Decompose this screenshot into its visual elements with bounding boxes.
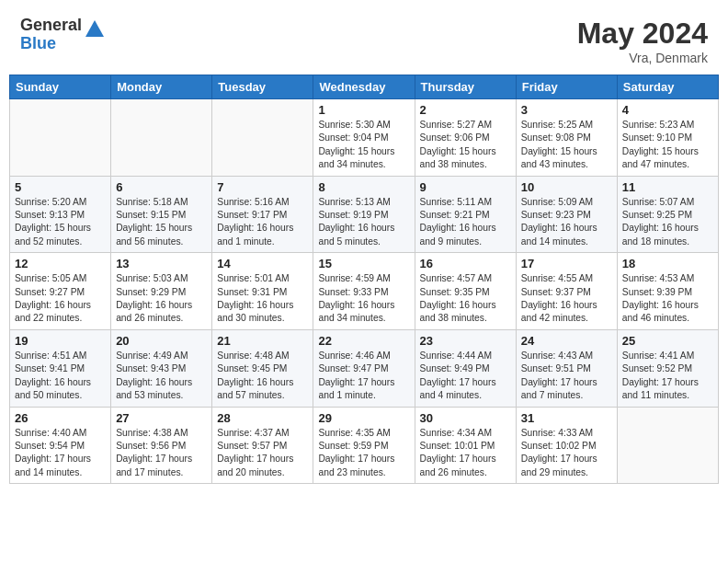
day-number: 8 xyxy=(318,180,409,194)
day-number: 13 xyxy=(116,257,207,270)
day-number: 18 xyxy=(622,257,713,270)
logo-blue-text: Blue xyxy=(20,35,82,53)
calendar-row: 26Sunrise: 4:40 AMSunset: 9:54 PMDayligh… xyxy=(10,407,719,484)
day-info: Sunrise: 5:07 AMSunset: 9:25 PMDaylight:… xyxy=(622,196,713,249)
day-info: Sunrise: 4:46 AMSunset: 9:47 PMDaylight:… xyxy=(318,350,409,403)
table-row: 13Sunrise: 5:03 AMSunset: 9:29 PMDayligh… xyxy=(111,253,212,330)
header-saturday: Saturday xyxy=(617,75,718,99)
table-row: 16Sunrise: 4:57 AMSunset: 9:35 PMDayligh… xyxy=(415,253,516,330)
table-row: 3Sunrise: 5:25 AMSunset: 9:08 PMDaylight… xyxy=(516,99,617,177)
table-row: 12Sunrise: 5:05 AMSunset: 9:27 PMDayligh… xyxy=(10,253,111,330)
day-info: Sunrise: 4:57 AMSunset: 9:35 PMDaylight:… xyxy=(420,272,511,326)
day-number: 23 xyxy=(420,334,511,348)
table-row xyxy=(212,99,313,177)
day-info: Sunrise: 5:20 AMSunset: 9:13 PMDaylight:… xyxy=(15,196,106,249)
logo: General Blue xyxy=(20,17,104,53)
calendar-row: 5Sunrise: 5:20 AMSunset: 9:13 PMDaylight… xyxy=(10,176,719,253)
table-row: 2Sunrise: 5:27 AMSunset: 9:06 PMDaylight… xyxy=(415,99,516,177)
table-row: 31Sunrise: 4:33 AMSunset: 10:02 PMDaylig… xyxy=(516,407,617,484)
day-info: Sunrise: 4:33 AMSunset: 10:02 PMDaylight… xyxy=(521,427,612,480)
svg-marker-0 xyxy=(85,20,104,37)
day-info: Sunrise: 5:13 AMSunset: 9:19 PMDaylight:… xyxy=(318,196,409,249)
day-number: 11 xyxy=(622,180,713,194)
header-friday: Friday xyxy=(516,75,617,99)
table-row: 18Sunrise: 4:53 AMSunset: 9:39 PMDayligh… xyxy=(617,253,718,330)
day-info: Sunrise: 4:40 AMSunset: 9:54 PMDaylight:… xyxy=(15,427,106,480)
day-info: Sunrise: 4:41 AMSunset: 9:52 PMDaylight:… xyxy=(622,350,713,403)
day-info: Sunrise: 4:43 AMSunset: 9:51 PMDaylight:… xyxy=(521,350,612,403)
day-number: 26 xyxy=(15,411,106,425)
table-row: 10Sunrise: 5:09 AMSunset: 9:23 PMDayligh… xyxy=(516,176,617,253)
table-row: 29Sunrise: 4:35 AMSunset: 9:59 PMDayligh… xyxy=(313,407,415,484)
day-info: Sunrise: 5:27 AMSunset: 9:06 PMDaylight:… xyxy=(420,119,511,172)
day-info: Sunrise: 5:09 AMSunset: 9:23 PMDaylight:… xyxy=(521,196,612,249)
day-info: Sunrise: 5:01 AMSunset: 9:31 PMDaylight:… xyxy=(217,272,308,326)
table-row xyxy=(10,99,111,177)
table-row: 26Sunrise: 4:40 AMSunset: 9:54 PMDayligh… xyxy=(10,407,111,484)
day-info: Sunrise: 4:38 AMSunset: 9:56 PMDaylight:… xyxy=(116,427,207,480)
day-info: Sunrise: 5:30 AMSunset: 9:04 PMDaylight:… xyxy=(318,119,409,172)
calendar-table: Sunday Monday Tuesday Wednesday Thursday… xyxy=(9,75,719,484)
table-row: 7Sunrise: 5:16 AMSunset: 9:17 PMDaylight… xyxy=(212,176,313,253)
table-row: 24Sunrise: 4:43 AMSunset: 9:51 PMDayligh… xyxy=(516,329,617,407)
table-row xyxy=(111,99,212,177)
table-row: 17Sunrise: 4:55 AMSunset: 9:37 PMDayligh… xyxy=(516,253,617,330)
day-number: 28 xyxy=(217,411,308,425)
day-number: 12 xyxy=(15,257,106,270)
table-row: 23Sunrise: 4:44 AMSunset: 9:49 PMDayligh… xyxy=(415,329,516,407)
day-number: 29 xyxy=(318,411,409,425)
table-row: 21Sunrise: 4:48 AMSunset: 9:45 PMDayligh… xyxy=(212,329,313,407)
logo-general-text: General xyxy=(20,17,82,35)
day-info: Sunrise: 5:18 AMSunset: 9:15 PMDaylight:… xyxy=(116,196,207,249)
day-info: Sunrise: 4:44 AMSunset: 9:49 PMDaylight:… xyxy=(420,350,511,403)
table-row: 1Sunrise: 5:30 AMSunset: 9:04 PMDaylight… xyxy=(313,99,415,177)
day-info: Sunrise: 4:37 AMSunset: 9:57 PMDaylight:… xyxy=(217,427,308,480)
calendar-header-row: Sunday Monday Tuesday Wednesday Thursday… xyxy=(10,75,719,99)
day-info: Sunrise: 5:25 AMSunset: 9:08 PMDaylight:… xyxy=(521,119,612,172)
table-row: 8Sunrise: 5:13 AMSunset: 9:19 PMDaylight… xyxy=(313,176,415,253)
calendar-row: 1Sunrise: 5:30 AMSunset: 9:04 PMDaylight… xyxy=(10,99,719,177)
day-number: 9 xyxy=(420,180,511,194)
day-number: 4 xyxy=(622,103,713,117)
day-info: Sunrise: 4:35 AMSunset: 9:59 PMDaylight:… xyxy=(318,427,409,480)
day-info: Sunrise: 5:16 AMSunset: 9:17 PMDaylight:… xyxy=(217,196,308,249)
logo-icon xyxy=(84,18,104,39)
month-year: May 2024 xyxy=(577,17,708,51)
day-info: Sunrise: 5:11 AMSunset: 9:21 PMDaylight:… xyxy=(420,196,511,249)
day-number: 31 xyxy=(521,411,612,425)
table-row: 27Sunrise: 4:38 AMSunset: 9:56 PMDayligh… xyxy=(111,407,212,484)
header-wednesday: Wednesday xyxy=(313,75,415,99)
day-info: Sunrise: 5:23 AMSunset: 9:10 PMDaylight:… xyxy=(622,119,713,172)
day-number: 27 xyxy=(116,411,207,425)
table-row: 20Sunrise: 4:49 AMSunset: 9:43 PMDayligh… xyxy=(111,329,212,407)
day-number: 3 xyxy=(521,103,612,117)
day-info: Sunrise: 4:59 AMSunset: 9:33 PMDaylight:… xyxy=(318,272,409,326)
table-row: 11Sunrise: 5:07 AMSunset: 9:25 PMDayligh… xyxy=(617,176,718,253)
day-number: 1 xyxy=(318,103,409,117)
location: Vra, Denmark xyxy=(577,51,708,65)
day-number: 20 xyxy=(116,334,207,348)
table-row: 15Sunrise: 4:59 AMSunset: 9:33 PMDayligh… xyxy=(313,253,415,330)
header-monday: Monday xyxy=(111,75,212,99)
day-info: Sunrise: 4:48 AMSunset: 9:45 PMDaylight:… xyxy=(217,350,308,403)
day-info: Sunrise: 4:49 AMSunset: 9:43 PMDaylight:… xyxy=(116,350,207,403)
table-row: 9Sunrise: 5:11 AMSunset: 9:21 PMDaylight… xyxy=(415,176,516,253)
day-number: 22 xyxy=(318,334,409,348)
table-row: 25Sunrise: 4:41 AMSunset: 9:52 PMDayligh… xyxy=(617,329,718,407)
day-number: 16 xyxy=(420,257,511,270)
day-number: 2 xyxy=(420,103,511,117)
table-row: 19Sunrise: 4:51 AMSunset: 9:41 PMDayligh… xyxy=(10,329,111,407)
header-tuesday: Tuesday xyxy=(212,75,313,99)
day-number: 19 xyxy=(15,334,106,348)
day-number: 21 xyxy=(217,334,308,348)
day-number: 15 xyxy=(318,257,409,270)
table-row xyxy=(617,407,718,484)
calendar-row: 19Sunrise: 4:51 AMSunset: 9:41 PMDayligh… xyxy=(10,329,719,407)
title-block: May 2024 Vra, Denmark xyxy=(577,17,708,65)
day-number: 6 xyxy=(116,180,207,194)
day-info: Sunrise: 5:05 AMSunset: 9:27 PMDaylight:… xyxy=(15,272,106,326)
header-thursday: Thursday xyxy=(415,75,516,99)
day-number: 10 xyxy=(521,180,612,194)
day-number: 25 xyxy=(622,334,713,348)
page-header: General Blue May 2024 Vra, Denmark xyxy=(9,9,719,69)
